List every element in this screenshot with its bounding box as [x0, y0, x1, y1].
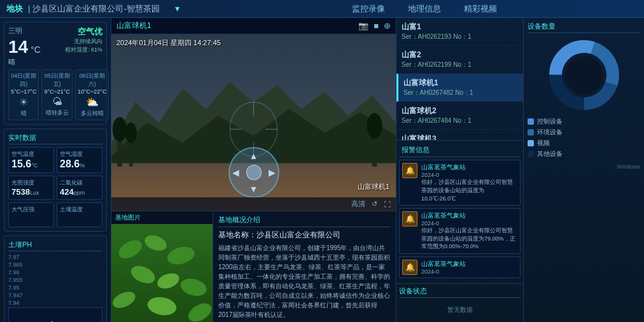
report-section: 报警信息 🔔 山富茗茶气象站 2024-0 你好，沙县区山富企业有限公司智慧茶园…: [396, 140, 523, 283]
location-label: 沙县区山富企业有限公司-智慧茶园: [32, 3, 159, 15]
ptz-right[interactable]: ▶: [269, 167, 276, 178]
svg-point-5: [113, 117, 127, 141]
vb-refresh[interactable]: ↺: [372, 200, 377, 208]
camera-item-2[interactable]: 山富球机1 Ser：AH0267482 No：1: [396, 74, 523, 102]
top-bar: 地块 | 沙县区山富企业有限公司-智慧茶园 ▼ 监控录像 地理信息 精彩视频: [0, 0, 644, 18]
forecast-day-0: 04日(星期四) 5°C~17°C ☀ 晴: [8, 69, 39, 120]
legend-dot-0: [528, 118, 534, 125]
report-icon-1: 🔔: [402, 211, 417, 227]
soil-ph-section: 土壤PH 7.97 7.965 7.96 7.955 7.95 7.947 7.…: [4, 235, 107, 322]
legend-dot-1: [528, 129, 534, 136]
base-info-text: 福建省沙县山富企业有限公司，创建于1995年，由台湾山共同制茶厂独资经营，坐落于…: [218, 243, 391, 319]
report-item-0: 🔔 山富茗茶气象站 2024-0 你好，沙县区山富企业有限公司智慧茶园的设备山站…: [399, 160, 521, 206]
camera-item-0[interactable]: 山富1 Ser：AH0262193 No：1: [396, 18, 523, 46]
forecast-icon-2: ⛅: [78, 96, 106, 108]
dropdown-icon[interactable]: ▼: [174, 4, 181, 13]
legend-dot-2: [528, 140, 534, 146]
camera-item-1[interactable]: 山富2 Ser：AH0262199 No：1: [396, 46, 523, 74]
soil-ph-title: 土壤PH: [8, 240, 102, 251]
ptz-up[interactable]: ▲: [249, 151, 258, 161]
weather-status: 晴: [8, 57, 41, 67]
screenshot-icon[interactable]: 📷: [358, 21, 368, 31]
city-name: 三明: [8, 26, 41, 36]
video-timestamp: 2024年01月04日 星期四 14:27:45: [116, 38, 221, 48]
device-count-title: 设备数量: [528, 22, 640, 33]
legend-dot-3: [528, 151, 534, 157]
device-count-section: 设备数量: [524, 18, 644, 322]
report-content-2: 山富茗茶气象站 2024-0: [421, 260, 517, 275]
svg-point-9: [367, 113, 382, 139]
zoom-icon[interactable]: ⊕: [384, 21, 391, 31]
ptz-left[interactable]: ◀: [232, 167, 239, 178]
device-status-section: 设备状态 暂无数据: [396, 283, 523, 322]
base-image-title: 基地图片: [111, 211, 213, 224]
weather-section: 三明 14 °C 晴 空气优 无持续风向 相对湿度: 61% 04日(星期四) …: [4, 22, 107, 125]
no-data: 暂无数据: [399, 300, 521, 319]
nav-video[interactable]: 精彩视频: [459, 2, 502, 16]
air-humidity-item: 空气湿度 28.6%: [57, 147, 102, 173]
ptz-controls[interactable]: ▲ ▼ ◀ ▶: [228, 147, 279, 198]
video-container: 2024年01月04日 星期四 14:27:45 山富球机1 ▲ ▼ ◀ ▶: [111, 34, 396, 211]
video-area: 山富球机1 📷 ■ ⊕: [111, 18, 396, 211]
report-item-2: 🔔 山富茗茶气象站 2024-0: [399, 256, 521, 278]
forecast-row: 04日(星期四) 5°C~17°C ☀ 晴 05日(星期五) 9°C~21°C …: [8, 69, 102, 120]
device-status-title: 设备状态: [399, 286, 521, 298]
base-info: 基地概况介绍 基地名称：沙县区山富企业有限公司 福建省沙县山富企业有限公司，创建…: [213, 211, 396, 322]
base-image-bg: [111, 224, 213, 322]
report-icon-0: 🔔: [402, 163, 417, 178]
camera-item-3[interactable]: 山富球机2 Ser：AH0267484 No：1: [396, 102, 523, 130]
top-divider: |: [28, 4, 30, 13]
ptz-down[interactable]: ▼: [249, 184, 258, 194]
center-panel: 山富球机1 📷 ■ ⊕: [111, 18, 396, 322]
base-info-title: 基地概况介绍: [218, 215, 391, 227]
camera-label-overlay: 山富球机1: [358, 182, 389, 192]
forecast-icon-1: 🌤: [44, 96, 69, 108]
camera-name: 山富球机1: [116, 20, 151, 31]
data-grid: 空气温度 15.6°C 空气湿度 28.6% 光照强度 7538Lux 二氧化碳…: [8, 147, 102, 200]
co2-item: 二氧化碳 424ppm: [57, 176, 102, 200]
device-legend: 控制设备 环境设备 视频 其他设备: [528, 117, 640, 158]
light-item: 光照强度 7538Lux: [8, 176, 54, 200]
nav-monitor[interactable]: 监控录像: [347, 2, 390, 16]
base-image: 基地图片: [111, 211, 213, 322]
realtime-title: 实时数据: [8, 133, 102, 144]
pressure-item: 大气压强: [8, 202, 54, 227]
video-header: 山富球机1 📷 ■ ⊕: [111, 18, 396, 34]
svg-point-29: [565, 56, 603, 94]
legend-item-1: 环境设备: [528, 128, 640, 137]
record-icon[interactable]: ■: [374, 21, 379, 31]
right-panel: 山富1 Ser：AH0262193 No：1 山富2 Ser：AH0262199…: [396, 18, 523, 322]
far-right-panel: 设备数量: [523, 18, 644, 322]
camera-list: 山富1 Ser：AH0262193 No：1 山富2 Ser：AH0262199…: [396, 18, 523, 140]
forecast-day-2: 06日(星期六) 10°C~22°C ⛅ 多云转晴: [75, 69, 109, 120]
ptz-circle[interactable]: ▲ ▼ ◀ ▶: [228, 147, 279, 198]
air-quality: 空气优 无持续风向 相对湿度: 61%: [65, 26, 102, 54]
bottom-center: 基地图片: [111, 211, 396, 322]
vb-fullscreen[interactable]: ⛶: [384, 200, 391, 208]
base-info-name: 基地名称：沙县区山富企业有限公司: [218, 230, 391, 241]
top-nav: 监控录像 地理信息 精彩视频: [347, 2, 502, 16]
air-temp-item: 空气温度 15.6°C: [8, 147, 54, 173]
nav-geo[interactable]: 地理信息: [403, 2, 446, 16]
report-content-0: 山富茗茶气象站 2024-0 你好，沙县区山富企业有限公司智慧茶园的设备山站的温…: [421, 163, 517, 202]
realtime-section: 实时数据 空气温度 15.6°C 空气湿度 28.6% 光照强度 7538Lux…: [4, 129, 107, 232]
windows-label: Windows: [528, 164, 640, 170]
legend-item-2: 视频: [528, 139, 640, 148]
camera-item-4[interactable]: 山富球机3 Ser：AH0267489 No：1: [396, 130, 523, 140]
report-content-1: 山富茗茶气象站 2024-0 你好，沙县区山富企业有限公司智慧茶园的设备山站的温…: [421, 211, 517, 251]
ptz-center[interactable]: [246, 165, 262, 180]
video-bottom-bar: 高清 ↺ ⛶: [111, 197, 396, 211]
forecast-day-1: 05日(星期五) 9°C~21°C 🌤 晴转多云: [41, 69, 72, 120]
legend-item-0: 控制设备: [528, 117, 640, 126]
vb-preset[interactable]: 高清: [351, 199, 365, 209]
temp-unit: °C: [31, 45, 41, 55]
legend-item-3: 其他设备: [528, 150, 640, 158]
video-controls[interactable]: 📷 ■ ⊕: [358, 21, 391, 31]
forecast-icon-0: ☀: [11, 96, 36, 108]
temperature: 14: [8, 37, 28, 57]
donut-chart: [528, 37, 640, 113]
report-title: 报警信息: [399, 143, 521, 157]
soil-temp-item: 土壤温度: [57, 202, 102, 227]
left-panel: 三明 14 °C 晴 空气优 无持续风向 相对湿度: 61% 04日(星期四) …: [0, 18, 111, 322]
report-icon-2: 🔔: [402, 260, 417, 275]
